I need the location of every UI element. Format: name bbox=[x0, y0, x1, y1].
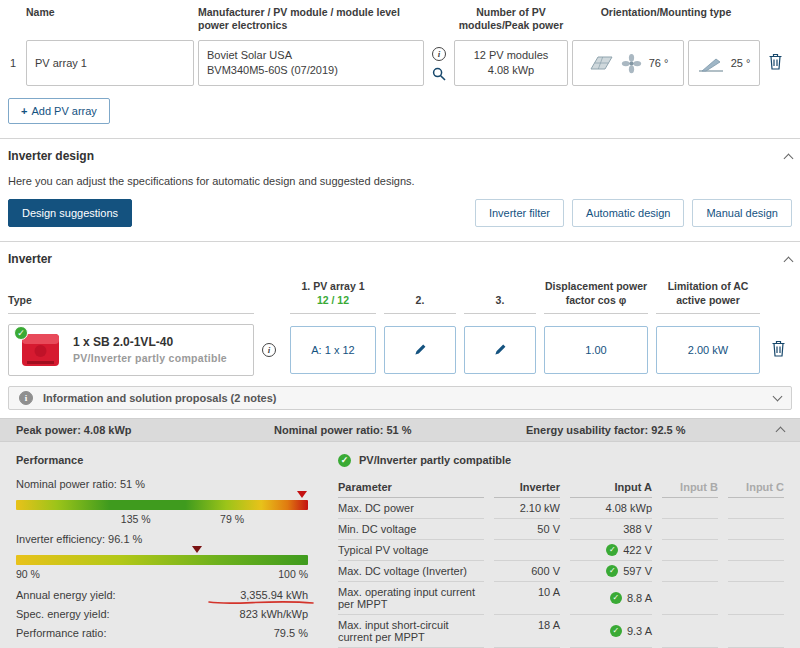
ct-header-inverter: Inverter bbox=[494, 477, 560, 498]
col-header-name: Name bbox=[26, 6, 194, 19]
usability-summary: Energy usability factor: 92.5 % bbox=[526, 424, 777, 436]
inverter-filter-button[interactable]: Inverter filter bbox=[475, 199, 564, 227]
ct-inverter-value: 600 V bbox=[494, 561, 560, 582]
ct-input-a-value: ✓8.8 A bbox=[570, 582, 652, 615]
ct-param: Max. operating input current per MPPT bbox=[338, 582, 484, 615]
bar2-tick-right: 100 % bbox=[278, 568, 308, 580]
results-panel: Peak power: 4.08 kWp Nominal power ratio… bbox=[0, 418, 800, 648]
azimuth-value: 76 ° bbox=[649, 57, 669, 69]
inverter-ok-badge-icon: ✓ bbox=[14, 326, 28, 340]
trash-icon bbox=[771, 340, 786, 357]
inverter-info-icon[interactable]: i bbox=[262, 343, 276, 357]
delete-array-button[interactable] bbox=[764, 51, 786, 75]
manual-design-button[interactable]: Manual design bbox=[692, 199, 792, 227]
performance-panel: Performance Nominal power ratio: 51 % 13… bbox=[16, 454, 308, 648]
add-pv-array-button[interactable]: +Add PV array bbox=[8, 98, 110, 124]
efficiency-marker-icon bbox=[192, 546, 202, 553]
nominal-ratio-summary: Nominal power ratio: 51 % bbox=[274, 424, 526, 436]
design-suggestions-button[interactable]: Design suggestions bbox=[8, 199, 132, 227]
col-header-type: Type bbox=[8, 294, 254, 314]
ct-param: Min. DC voltage bbox=[338, 519, 484, 540]
inverter-section: Inverter Type 1. PV array 1 12 / 12 2. 3… bbox=[0, 241, 800, 648]
modules-peak-power: 12 PV modules 4.08 kWp bbox=[454, 40, 568, 86]
cos-phi-value: 1.00 bbox=[585, 344, 606, 356]
array3-edit-box[interactable] bbox=[464, 326, 536, 374]
col-header-orientation: Orientation/Mounting type bbox=[572, 6, 760, 19]
module-manufacturer: Boviet Solar USA bbox=[207, 48, 415, 63]
nominal-ratio-marker-icon bbox=[297, 491, 307, 498]
inverter-design-section: Inverter design Here you can adjust the … bbox=[0, 138, 800, 241]
trash-icon bbox=[768, 53, 783, 70]
stat-annual-yield: Annual energy yield: 3,355.94 kWh bbox=[16, 589, 308, 601]
col-header-ac-limit: Limitation of AC active power bbox=[656, 280, 760, 313]
compatibility-table: Parameter Inverter Input A Input B Input… bbox=[338, 477, 784, 648]
pencil-icon bbox=[494, 343, 507, 356]
compat-title: PV/Inverter partly compatible bbox=[359, 454, 511, 466]
ct-param: Typical PV voltage bbox=[338, 540, 484, 561]
ok-check-icon: ✓ bbox=[606, 565, 618, 577]
inverter-compatibility-note: PV/Inverter partly compatible bbox=[73, 352, 227, 364]
inverter-type-box[interactable]: ✓ 1 x SB 2.0-1VL-40 PV/Inverter partly c… bbox=[8, 324, 254, 376]
ct-param: Max. input short-circuit current per MPP… bbox=[338, 615, 484, 648]
array1-assignment-value: A: 1 x 12 bbox=[311, 344, 354, 356]
delete-inverter-button[interactable] bbox=[768, 338, 788, 362]
col-header-3: 3. bbox=[464, 294, 536, 314]
expand-proposals-icon bbox=[773, 391, 783, 401]
collapse-inverter-icon[interactable] bbox=[784, 256, 794, 266]
module-select[interactable]: Boviet Solar USA BVM340M5-60S (07/2019) bbox=[198, 40, 424, 86]
ct-input-a-value: ✓388 V bbox=[570, 519, 652, 540]
bar2-tick-left: 90 % bbox=[16, 568, 40, 580]
tilt-box[interactable]: 25 ° bbox=[688, 40, 760, 86]
pv-design-page: Name Manufacturer / PV module / module l… bbox=[0, 0, 800, 648]
pv-array-section: Name Manufacturer / PV module / module l… bbox=[0, 0, 800, 138]
cos-phi-box[interactable]: 1.00 bbox=[544, 326, 648, 374]
nominal-ratio-bar bbox=[16, 500, 308, 510]
collapse-inverter-design-icon[interactable] bbox=[784, 153, 794, 163]
ventilation-fan-icon bbox=[621, 53, 642, 74]
ac-limit-box[interactable]: 2.00 kW bbox=[656, 326, 760, 374]
orientation-box[interactable]: 76 ° bbox=[572, 40, 684, 86]
pv-table-header: Name Manufacturer / PV module / module l… bbox=[0, 0, 800, 32]
collapse-results-icon[interactable] bbox=[776, 427, 786, 437]
add-pv-array-label: Add PV array bbox=[31, 105, 96, 117]
tilt-angle-icon bbox=[698, 53, 724, 73]
compatibility-panel: ✓ PV/Inverter partly compatible Paramete… bbox=[338, 454, 784, 648]
ct-param: Max. DC power bbox=[338, 498, 484, 519]
col-header-2: 2. bbox=[384, 294, 456, 314]
ct-inverter-value bbox=[494, 540, 560, 561]
ct-header-parameter: Parameter bbox=[338, 477, 484, 498]
array1-assignment-box[interactable]: A: 1 x 12 bbox=[290, 326, 376, 374]
efficiency-bar bbox=[16, 555, 308, 565]
module-model: BVM340M5-60S (07/2019) bbox=[207, 63, 415, 78]
info-proposals-row[interactable]: i Information and solution proposals (2 … bbox=[8, 386, 792, 410]
col-header-manufacturer: Manufacturer / PV module / module level … bbox=[198, 6, 424, 32]
ct-input-a-value: ✓9.3 A bbox=[570, 615, 652, 648]
ct-inverter-value: 18 A bbox=[494, 615, 560, 648]
automatic-design-button[interactable]: Automatic design bbox=[572, 199, 684, 227]
tilt-value: 25 ° bbox=[731, 57, 751, 69]
inverter-image: ✓ bbox=[17, 329, 63, 371]
array2-edit-box[interactable] bbox=[384, 326, 456, 374]
col-header-array1: 1. PV array 1 12 / 12 bbox=[290, 280, 376, 313]
results-summary-bar: Peak power: 4.08 kWp Nominal power ratio… bbox=[0, 418, 800, 442]
inverter-title: Inverter bbox=[8, 252, 52, 266]
module-search-icon[interactable] bbox=[432, 67, 446, 81]
module-info-icon[interactable]: i bbox=[432, 47, 446, 61]
stat-performance-ratio: Performance ratio: 79.5 % bbox=[16, 627, 308, 639]
info-proposals-label: Information and solution proposals (2 no… bbox=[43, 392, 276, 404]
array-name-input[interactable] bbox=[35, 57, 185, 69]
ct-header-input-c: Input C bbox=[728, 477, 784, 498]
row-index: 1 bbox=[8, 57, 22, 69]
peak-power-summary: Peak power: 4.08 kWp bbox=[16, 424, 274, 436]
ok-check-icon: ✓ bbox=[610, 625, 622, 637]
plus-icon: + bbox=[21, 105, 27, 117]
ct-param: Max. DC voltage (Inverter) bbox=[338, 561, 484, 582]
ct-input-a-value: ✓597 V bbox=[570, 561, 652, 582]
module-count: 12 PV modules bbox=[474, 48, 549, 63]
peak-power: 4.08 kWp bbox=[488, 63, 534, 78]
col-header-cos-phi: Displacement power factor cos φ bbox=[544, 280, 648, 313]
ct-input-a-value: ✓422 V bbox=[570, 540, 652, 561]
ct-header-input-b: Input B bbox=[662, 477, 718, 498]
inverter-table-header: Type 1. PV array 1 12 / 12 2. 3. Displac… bbox=[0, 280, 800, 313]
ct-header-input-a: Input A bbox=[570, 477, 652, 498]
